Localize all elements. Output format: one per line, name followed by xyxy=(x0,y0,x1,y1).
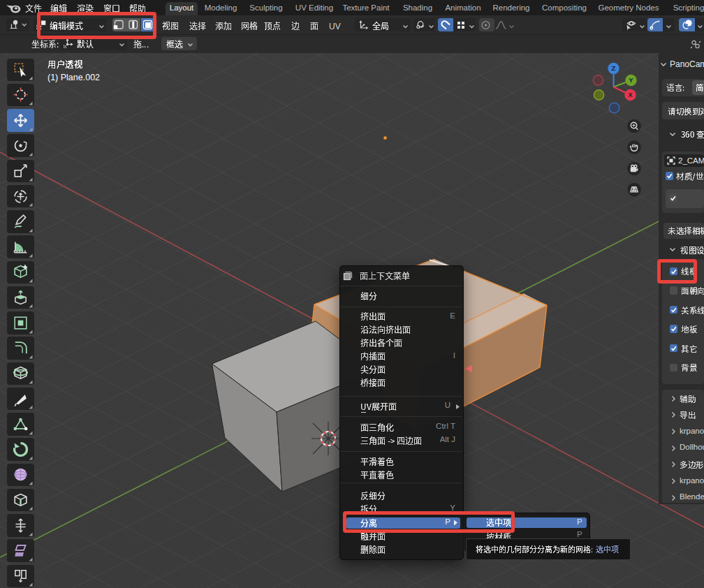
svg-text:X: X xyxy=(628,91,633,98)
svg-text:Z: Z xyxy=(612,64,616,72)
svg-text:Y: Y xyxy=(629,76,633,84)
